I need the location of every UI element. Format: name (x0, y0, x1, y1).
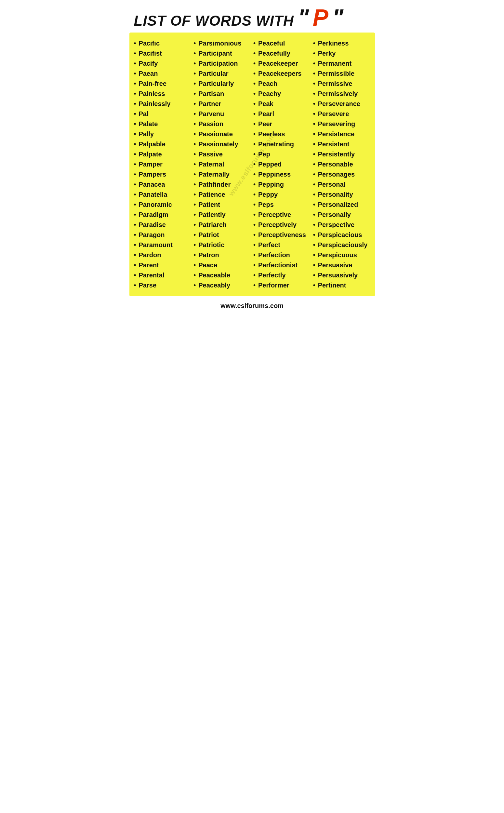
list-item: Parent (134, 260, 191, 270)
list-item: Particular (193, 69, 251, 79)
list-item: Peachy (253, 89, 311, 99)
list-item: Paternal (193, 159, 251, 169)
header-title: LIST OF WORDS WITH (134, 13, 294, 29)
list-item: Perceptive (253, 210, 311, 220)
list-item: Patriot (193, 230, 251, 240)
list-item: Pamper (134, 159, 191, 169)
column-1: PacificPacifistPacifyPaeanPain-freePainl… (133, 38, 192, 290)
list-item: Personages (313, 169, 370, 180)
list-item: Particularly (193, 79, 251, 89)
list-item: Peacekeepers (253, 69, 311, 79)
word-columns: PacificPacifistPacifyPaeanPain-freePainl… (133, 38, 372, 290)
list-item: Palpable (134, 139, 191, 149)
header: LIST OF WORDS WITH "P" (126, 0, 378, 33)
list-item: Persuasively (313, 270, 370, 280)
list-item: Persistence (313, 129, 370, 139)
column-4: PerkinessPerkyPermanentPermissiblePermis… (312, 38, 372, 290)
list-item: Persevering (313, 119, 370, 129)
list-item: Perkiness (313, 38, 370, 48)
list-item: Persevere (313, 109, 370, 119)
list-item: Peacekeeper (253, 59, 311, 69)
list-item: Painlessly (134, 99, 191, 109)
list-item: Pardon (134, 250, 191, 260)
content-box: www.eslforums.com PacificPacifistPacifyP… (129, 33, 375, 296)
list-item: Peaceful (253, 38, 311, 48)
list-item: Pearl (253, 109, 311, 119)
list-item: Pertinent (313, 280, 370, 290)
list-item: Perceptiveness (253, 230, 311, 240)
list-item: Parental (134, 270, 191, 280)
list-item: Paramount (134, 240, 191, 250)
list-item: Pacifist (134, 48, 191, 59)
list-item: Personalized (313, 200, 370, 210)
list-item: Peaceably (193, 280, 251, 290)
list-item: Partisan (193, 89, 251, 99)
list-item: Panacea (134, 180, 191, 190)
list-item: Patriarch (193, 220, 251, 230)
list-item: Palpate (134, 149, 191, 159)
list-item: Pal (134, 109, 191, 119)
list-item: Participant (193, 48, 251, 59)
list-item: Patient (193, 200, 251, 210)
list-item: Penetrating (253, 139, 311, 149)
list-item: Parse (134, 280, 191, 290)
list-item: Palate (134, 119, 191, 129)
list-item: Pathfinder (193, 180, 251, 190)
list-item: Paradigm (134, 210, 191, 220)
header-letter: P (313, 6, 328, 29)
list-item: Personality (313, 190, 370, 200)
list-item: Paragon (134, 230, 191, 240)
list-item: Perspicacious (313, 230, 370, 240)
list-item: Pain-free (134, 79, 191, 89)
page: LIST OF WORDS WITH "P" www.eslforums.com… (126, 0, 378, 314)
list-item: Patience (193, 190, 251, 200)
list-item: Perspicaciously (313, 240, 370, 250)
list-item: Peppiness (253, 169, 311, 180)
list-item: Perseverance (313, 99, 370, 109)
header-quote-close: " (332, 6, 343, 29)
list-item: Peps (253, 200, 311, 210)
list-item: Peak (253, 99, 311, 109)
list-item: Pacific (134, 38, 191, 48)
list-item: Paternally (193, 169, 251, 180)
list-item: Passion (193, 119, 251, 129)
list-item: Panatella (134, 190, 191, 200)
list-item: Peace (193, 260, 251, 270)
list-item: Peaceable (193, 270, 251, 280)
list-item: Personally (313, 210, 370, 220)
list-item: Pepping (253, 180, 311, 190)
list-item: Paradise (134, 220, 191, 230)
list-item: Perfect (253, 240, 311, 250)
list-item: Passionate (193, 129, 251, 139)
footer: www.eslforums.com (126, 300, 378, 314)
list-item: Peach (253, 79, 311, 89)
list-item: Peppy (253, 190, 311, 200)
list-item: Peerless (253, 129, 311, 139)
list-item: Perfection (253, 250, 311, 260)
list-item: Peer (253, 119, 311, 129)
list-item: Painless (134, 89, 191, 99)
list-item: Perspicuous (313, 250, 370, 260)
list-item: Pampers (134, 169, 191, 180)
list-item: Patiently (193, 210, 251, 220)
list-item: Persuasive (313, 260, 370, 270)
list-item: Permanent (313, 59, 370, 69)
list-item: Persistently (313, 149, 370, 159)
list-item: Parvenu (193, 109, 251, 119)
list-item: Passive (193, 149, 251, 159)
list-item: Parsimonious (193, 38, 251, 48)
list-item: Paean (134, 69, 191, 79)
header-quote-open: " (298, 6, 309, 29)
list-item: Performer (253, 280, 311, 290)
list-item: Perky (313, 48, 370, 59)
list-item: Patron (193, 250, 251, 260)
list-item: Permissively (313, 89, 370, 99)
list-item: Perfectly (253, 270, 311, 280)
column-2: ParsimoniousParticipantParticipationPart… (192, 38, 252, 290)
list-item: Pally (134, 129, 191, 139)
list-item: Perceptively (253, 220, 311, 230)
column-3: PeacefulPeacefullyPeacekeeperPeacekeeper… (252, 38, 312, 290)
list-item: Passionately (193, 139, 251, 149)
list-item: Persistent (313, 139, 370, 149)
list-item: Personal (313, 180, 370, 190)
